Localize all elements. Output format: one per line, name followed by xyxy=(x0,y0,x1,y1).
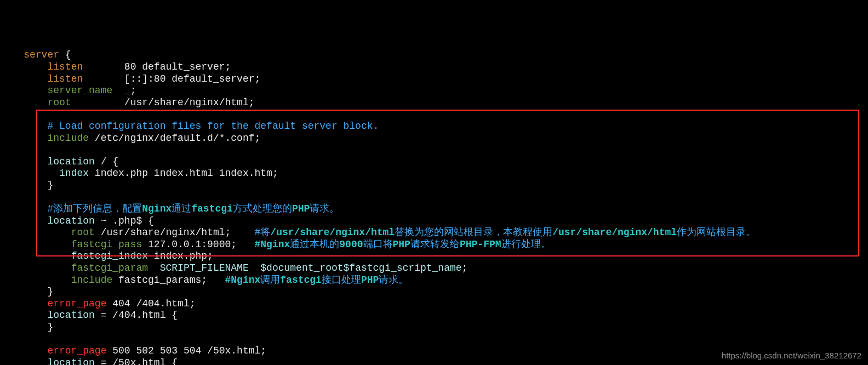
brace: } xyxy=(47,322,53,333)
script-filename: SCRIPT_FILENAME xyxy=(160,263,249,273)
val: /usr/share/nginx/html; xyxy=(124,97,255,108)
kw-server: server xyxy=(24,49,59,60)
val: 127.0.0.1:9000; xyxy=(142,239,237,250)
val: /etc/nginx/default.d/*.conf; xyxy=(95,133,260,144)
kw-include: include xyxy=(71,275,113,286)
comment-9000: #Nginx通过本机的9000端口将PHP请求转发给PHP-FPM进行处理。 xyxy=(254,239,550,250)
brace: } xyxy=(47,180,53,191)
kw-error-page: error_page xyxy=(47,298,106,309)
val: [::]:80 default_server; xyxy=(124,73,260,84)
val: fastcgi_params; xyxy=(112,275,207,286)
kw-location: location xyxy=(47,310,94,321)
val: _; xyxy=(124,85,136,96)
kw-location: location xyxy=(47,156,94,167)
kw-location: location xyxy=(47,357,94,365)
kw-root: root xyxy=(71,227,95,238)
kw-server-name: server_name xyxy=(47,85,112,96)
val: 80 default_server; xyxy=(124,61,231,72)
val: 500 502 503 504 /50x.html; xyxy=(106,345,266,356)
val: index.php index.html index.htm; xyxy=(89,168,278,179)
comment-fastcgi: #Nginx调用fastcgi接口处理PHP请求。 xyxy=(225,275,408,286)
doc-root: $document_root$fastcgi_script_name xyxy=(260,263,461,273)
rest: ~ .php$ { xyxy=(95,215,154,226)
comment-add: #添加下列信息，配置Nginx通过fastcgi方式处理您的PHP请求。 xyxy=(47,203,339,214)
comment-root: #将/usr/share/nginx/html替换为您的网站根目录，本教程使用/… xyxy=(255,227,756,238)
kw-error-page: error_page xyxy=(47,345,106,356)
rest: = /50x.html { xyxy=(95,357,178,365)
comment-load: # Load configuration files for the defau… xyxy=(47,121,379,132)
kw-listen: listen xyxy=(47,61,83,72)
nginx-config-code: server { listen 80 default_server; liste… xyxy=(0,47,868,365)
kw-listen: listen xyxy=(47,73,83,84)
kw-root: root xyxy=(47,97,71,108)
kw-include: include xyxy=(47,133,89,144)
brace: } xyxy=(47,286,53,297)
val: /usr/share/nginx/html; xyxy=(95,227,231,238)
val: index.php; xyxy=(148,250,213,261)
brace: { xyxy=(59,49,71,60)
watermark: https://blog.csdn.net/weixin_38212672 xyxy=(722,351,861,361)
kw-fastcgi-param: fastcgi_param xyxy=(71,263,148,273)
rest: = /404.html { xyxy=(95,310,178,321)
rest: / { xyxy=(95,156,118,167)
kw-index: index xyxy=(59,168,89,179)
kw-location: location xyxy=(47,215,94,226)
kw-fastcgi-index: fastcgi_index xyxy=(71,250,148,261)
val: 404 /404.html; xyxy=(106,298,195,309)
kw-fastcgi-pass: fastcgi_pass xyxy=(71,239,142,250)
